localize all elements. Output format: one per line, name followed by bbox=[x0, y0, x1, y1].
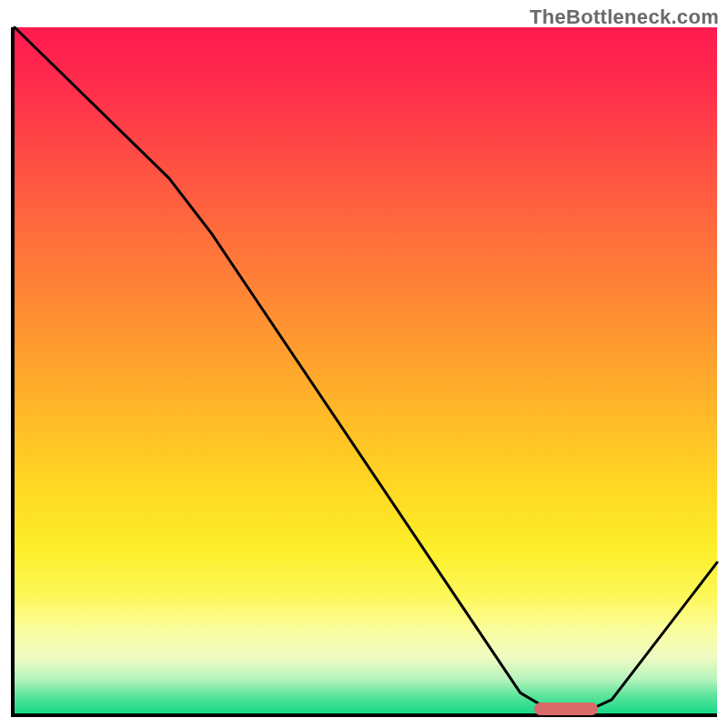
optimal-range-marker bbox=[534, 703, 597, 715]
chart-container: TheBottleneck.com bbox=[0, 0, 728, 728]
plot-area bbox=[11, 27, 717, 717]
bottleneck-curve bbox=[15, 27, 717, 713]
watermark-text: TheBottleneck.com bbox=[530, 5, 719, 29]
